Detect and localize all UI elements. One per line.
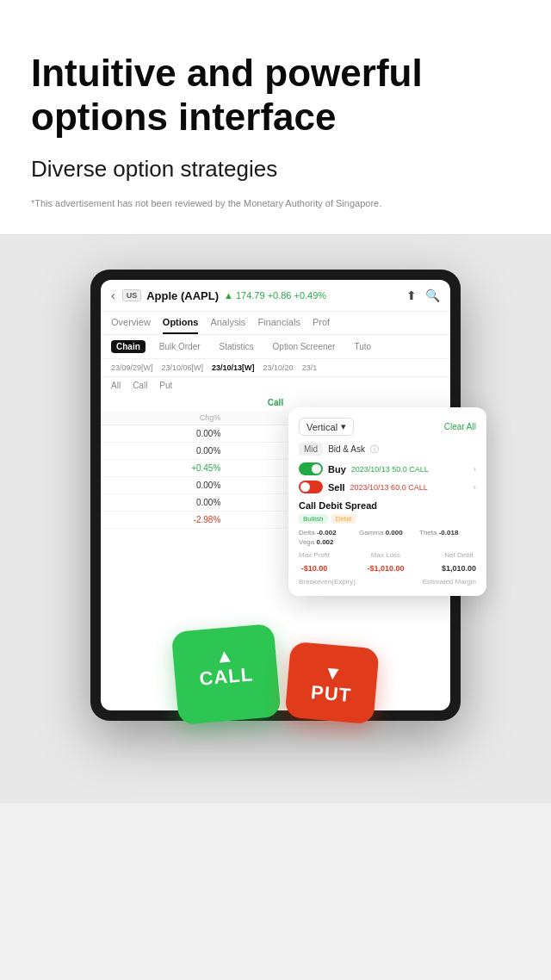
device-section: ‹ US Apple (AAPL) ▲ 174.79 +0.86 +0.49% … [0,235,551,803]
max-profit-val: -$10.00 [301,564,328,573]
type-all[interactable]: All [111,381,121,390]
tablet-wrapper: ‹ US Apple (AAPL) ▲ 174.79 +0.86 +0.49% … [90,270,461,721]
share-icon[interactable]: ⬆ [406,288,417,302]
chg-val: 0.00% [111,498,220,507]
subtab-stats[interactable]: Statistics [214,340,259,353]
mid-button[interactable]: Mid [299,443,323,456]
max-loss-val: -$1,010.00 [367,564,404,573]
vega-metric: Vega 0.002 [299,538,356,546]
tab-financials[interactable]: Financials [257,317,300,334]
theta-metric: Theta -0.018 [419,529,476,537]
chevron-down-icon: ▾ [341,421,346,432]
bid-ask-button[interactable]: Bid & Ask [328,444,365,454]
net-debit-val: $1,010.00 [442,564,476,573]
margin-label: Estimated Margin [423,578,476,586]
buy-row: Buy 2023/10/13 50.0 CALL › [299,462,476,475]
hero-title: Intuitive and powerful options interface [31,52,520,139]
screen-header: ‹ US Apple (AAPL) ▲ 174.79 +0.86 +0.49% … [101,280,450,312]
search-icon[interactable]: 🔍 [425,288,440,302]
sub-tabs: Chain Bulk Order Statistics Option Scree… [101,335,450,359]
date-3[interactable]: 23/10/13[W] [212,363,255,372]
chg-val: +0.45% [111,463,220,473]
type-put[interactable]: Put [159,381,172,390]
buy-detail: 2023/10/13 50.0 CALL [351,465,429,474]
delta-metric: Delta -0.002 [299,529,356,537]
stock-info: US Apple (AAPL) ▲ 174.79 +0.86 +0.49% [122,289,406,302]
subtab-bulk[interactable]: Bulk Order [154,340,206,353]
buy-toggle[interactable] [299,462,323,475]
max-loss: Max Loss -$1,010.00 [367,551,404,574]
hero-subtitle: Diverse option strategies [31,156,520,183]
put-label: PUT [310,681,352,707]
date-5[interactable]: 23/1 [302,363,318,372]
market-badge: US [122,289,142,301]
active-type-label: Call [268,398,283,407]
tab-prof[interactable]: Prof [313,317,330,334]
date-1[interactable]: 23/09/29[W] [111,363,153,372]
card-top-row: Vertical ▾ Clear All [299,418,476,436]
floating-card: Vertical ▾ Clear All Mid Bid & Ask ⓘ Buy… [288,407,486,596]
date-4[interactable]: 23/10/20 [263,363,294,372]
chg-val: 0.00% [111,429,220,438]
sell-chevron-icon: › [474,483,476,492]
max-loss-label: Max Loss [367,551,404,559]
sell-label: Sell [328,482,345,493]
put-arrow-icon: ▼ [322,663,343,684]
disclaimer-text: *This advertisement has not been reviewe… [31,198,520,208]
type-row: All Call Put [101,377,450,394]
date-2[interactable]: 23/10/06[W] [162,363,204,372]
net-debit: Net Debit $1,010.00 [442,551,476,574]
dropdown-label: Vertical [306,422,337,432]
stock-price: ▲ 174.79 +0.86 +0.49% [224,290,326,301]
subtab-tuto[interactable]: Tuto [349,340,376,353]
strategy-dropdown[interactable]: Vertical ▾ [299,418,354,436]
info-icon: ⓘ [370,443,379,456]
sell-toggle[interactable] [299,481,323,493]
bullish-badge: Bullish [299,514,328,524]
call-button[interactable]: ▲ CALL [171,623,282,725]
put-button[interactable]: ▼ PUT [284,642,379,725]
debit-badge: Debit [331,514,356,524]
hero-section: Intuitive and powerful options interface… [0,0,551,234]
chg-val: -2.98% [111,515,220,524]
call-label: CALL [198,663,254,690]
tab-options[interactable]: Options [163,317,199,334]
spread-title: Call Debit Spread [299,500,476,511]
chg-val: 0.00% [111,446,220,456]
call-arrow-icon: ▲ [214,646,235,667]
gamma-metric: Gamma 0.000 [359,529,416,537]
profit-row: Max Profit -$10.00 Max Loss -$1,010.00 N… [299,551,476,574]
col-chg: Chg% [111,413,220,422]
header-icons: ⬆ 🔍 [406,288,440,302]
main-tabs: Overview Options Analysis Financials Pro… [101,312,450,335]
nav-row: ‹ US Apple (AAPL) ▲ 174.79 +0.86 +0.49% … [111,288,440,302]
stock-name: Apple (AAPL) [146,289,219,302]
clear-all-button[interactable]: Clear All [444,422,476,431]
breakeven-label: Breakeven(Expiry) [299,578,356,586]
sell-row: Sell 2023/10/13 60.0 CALL › [299,481,476,493]
bottom-row: Breakeven(Expiry) Estimated Margin [299,578,476,586]
max-profit: Max Profit -$10.00 [299,551,330,574]
type-call[interactable]: Call [133,381,147,390]
metrics-grid: Delta -0.002 Gamma 0.000 Theta -0.018 Ve… [299,529,476,546]
call-put-section: ▲ CALL ▼ PUT [175,628,376,721]
date-row: 23/09/29[W] 23/10/06[W] 23/10/13[W] 23/1… [101,359,450,377]
buy-chevron-icon: › [474,465,476,474]
max-profit-label: Max Profit [299,551,330,559]
sell-detail: 2023/10/13 60.0 CALL [350,483,428,492]
chg-val: 0.00% [111,481,220,490]
badge-row: Bullish Debit [299,514,476,524]
buy-label: Buy [328,464,346,474]
net-debit-label: Net Debit [442,551,476,559]
subtab-screener[interactable]: Option Screener [268,340,341,353]
back-button[interactable]: ‹ [111,288,115,302]
tab-overview[interactable]: Overview [111,317,151,334]
subtab-chain[interactable]: Chain [111,340,145,353]
tab-analysis[interactable]: Analysis [210,317,245,334]
mid-bid-row: Mid Bid & Ask ⓘ [299,443,476,456]
